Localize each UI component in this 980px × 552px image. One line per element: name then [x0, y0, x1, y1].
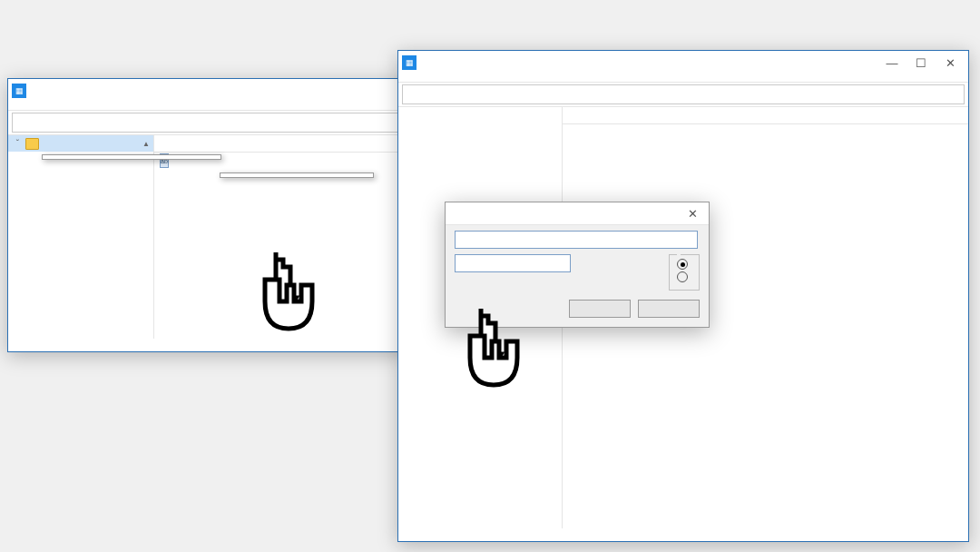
tree-node-explorer[interactable]: ˇ ▲ [8, 135, 153, 152]
base-fieldset [669, 254, 700, 291]
sort-indicator: ▲ [142, 140, 150, 148]
titlebar[interactable]: ▦ [8, 79, 407, 103]
menu-help[interactable] [68, 104, 83, 108]
minimize-button[interactable]: — [877, 51, 906, 74]
chevron-down-icon[interactable]: ˇ [14, 139, 22, 149]
menubar [398, 74, 968, 83]
radio-hex[interactable] [677, 259, 691, 270]
values-panel[interactable]: Da ab [154, 135, 407, 339]
menu-favorites[interactable] [444, 76, 458, 80]
address-bar[interactable] [402, 84, 965, 104]
context-submenu-new[interactable] [220, 172, 374, 178]
edit-dword-dialog: ✕ [445, 202, 710, 328]
menu-file[interactable] [400, 76, 415, 80]
menu-edit[interactable] [24, 104, 39, 108]
menu-favorites[interactable] [54, 104, 68, 108]
folder-icon [25, 138, 39, 150]
values-header[interactable] [563, 107, 968, 124]
menubar [8, 103, 407, 111]
ok-button[interactable] [569, 300, 631, 318]
values-header[interactable]: Da [154, 135, 407, 153]
app-icon: ▦ [12, 84, 26, 98]
menu-view[interactable] [429, 76, 444, 80]
menu-file[interactable] [10, 104, 24, 108]
menu-help[interactable] [458, 76, 473, 80]
tree-panel[interactable]: ˇ ▲ [8, 135, 154, 339]
menu-edit[interactable] [415, 76, 429, 80]
maximize-button[interactable]: ☐ [906, 51, 936, 74]
regedit-window-small: ▦ ˇ ▲ Da ab [7, 78, 408, 352]
input-value-name[interactable] [455, 231, 698, 249]
radio-dec[interactable] [677, 271, 691, 282]
input-value-data[interactable] [455, 254, 571, 272]
address-bar[interactable] [12, 113, 404, 133]
menu-view[interactable] [39, 104, 54, 108]
app-icon: ▦ [402, 55, 416, 70]
close-button[interactable]: ✕ [936, 51, 965, 74]
dialog-close-button[interactable]: ✕ [680, 202, 705, 225]
titlebar[interactable]: ▦ — ☐ ✕ [398, 51, 968, 74]
context-menu[interactable] [42, 154, 221, 160]
cancel-button[interactable] [638, 300, 700, 318]
